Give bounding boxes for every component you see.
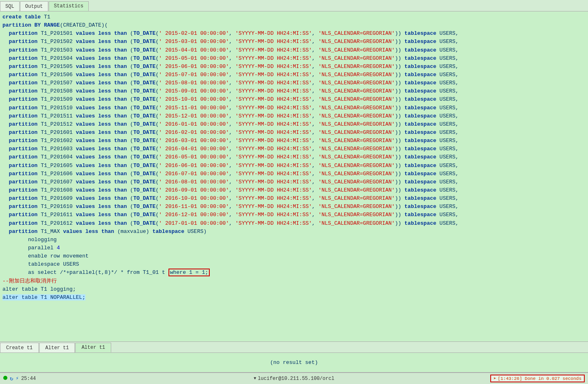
result-tab-create-t1-label: Create t1 [6,345,33,351]
tab-sql[interactable]: SQL [0,1,20,11]
tab-sql-label: SQL [5,4,14,9]
status-left: ↻ ⚡ 25:44 [3,375,250,382]
result-tab-alter-t1-2[interactable]: Alter t1 [75,343,111,352]
status-bar: ↻ ⚡ 25:44 ▼ lucifer@10.211.55.100/orcl ➤… [0,373,588,384]
sql-editor[interactable]: create table T1 partition BY RANGE(CREAT… [0,11,588,341]
dropdown-arrow-icon[interactable]: ▼ [254,376,256,381]
result-tab-alter-t1-2-label: Alter t1 [81,345,105,350]
status-time: 25:44 [21,376,36,382]
execution-status-box: ➤ [1:43:26] Done in 0.027 seconds [490,375,585,382]
tab-statistics[interactable]: Statistics [49,1,89,11]
result-tab-alter-t1-1[interactable]: Alter t1 [39,343,75,352]
tab-bar: SQL Output Statistics [0,0,588,11]
tab-output[interactable]: Output [20,1,48,11]
lightning-icon: ⚡ [16,375,18,382]
result-text: (no result set) [270,359,318,366]
tab-statistics-label: Statistics [54,3,83,9]
result-tab-alter-t1-1-label: Alter t1 [45,345,69,351]
result-tab-bar: Create t1 Alter t1 Alter t1 [0,341,588,353]
execution-arrow-icon: ➤ [494,376,496,381]
execution-status-text: [1:43:26] Done in 0.027 seconds [498,376,581,381]
refresh-icon[interactable]: ↻ [10,375,13,382]
result-area: (no result set) [0,353,588,373]
connection-label: lucifer@10.211.55.100/orcl [258,376,334,382]
result-tab-create-t1[interactable]: Create t1 [0,343,39,352]
green-dot-icon [3,376,7,382]
status-right: ➤ [1:43:26] Done in 0.027 seconds [338,375,585,382]
status-center: ▼ lucifer@10.211.55.100/orcl [254,376,334,382]
tab-output-label: Output [25,4,43,9]
